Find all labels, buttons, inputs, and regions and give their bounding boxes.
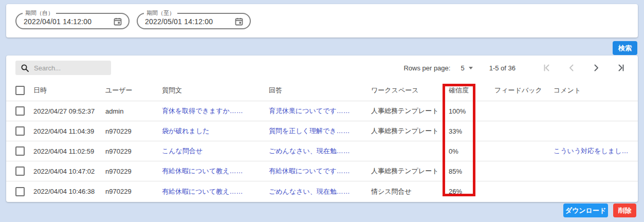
row-checkbox[interactable] [15,146,25,156]
download-button[interactable]: ダウンロード [563,203,608,217]
next-page-button[interactable] [591,62,602,73]
col-header-datetime: 日時 [33,86,105,95]
col-header-question: 質問文 [162,86,269,95]
table-header-row: 日時 ユーザー 質問文 回答 ワークスペース 確信度 フィードバック コメント [6,80,638,101]
answer-link[interactable]: ごめんなさい、現在勉…… [269,146,371,156]
date-to-field[interactable]: 期間（至） 2022/05/01 14:12:00 [137,10,251,29]
row-checkbox[interactable] [15,187,25,196]
cell-user: n970229 [105,188,162,195]
col-header-workspace: ワークスペース [371,86,449,95]
answer-link[interactable]: 育児休業についてです…… [269,106,371,116]
table-row: 2022/04/04 11:04:39 n970229 袋が破れました 質問を正… [6,121,638,141]
cell-datetime: 2022/04/04 10:47:02 [33,168,105,175]
first-page-button[interactable] [541,62,553,73]
cell-confidence: 26% [449,188,494,195]
select-all-checkbox[interactable] [15,86,25,95]
table-row: 2022/04/04 11:02:59 n970229 こんな問合せ ごめんなさ… [6,141,638,161]
filter-panel: 期間（自） 2022/04/01 14:12:00 期間（至） 2022/05/… [6,4,638,38]
search-icon [21,64,29,72]
cell-workspace: 人事総務テンプレート [371,106,449,116]
pagination-range: 1-5 of 36 [489,64,516,72]
date-to-value[interactable]: 2022/05/01 14:12:00 [145,17,213,26]
pagination-nav [528,62,627,73]
cell-confidence: 0% [449,147,494,155]
cell-user: n970229 [105,127,162,135]
date-to-label: 期間（至） [144,10,177,16]
cell-confidence: 85% [449,168,494,175]
search-input[interactable] [15,61,111,75]
comment-link[interactable]: こういう対応をしまし…… [554,146,629,156]
delete-button[interactable]: 削除 [613,203,636,217]
row-checkbox[interactable] [15,106,25,116]
question-link[interactable]: こんな問合せ [162,146,269,156]
pagination: Rows per page: 5 1-5 of 36 [403,55,627,80]
answer-link[interactable]: ごめんなさい、現在勉…… [269,187,371,196]
chevron-right-icon [591,63,601,73]
date-from-value[interactable]: 2022/04/01 14:12:00 [24,17,91,26]
col-header-confidence: 確信度 [449,86,494,95]
prev-page-button[interactable] [566,62,577,73]
cell-workspace: 情シス問合せ [371,187,449,196]
table-row: 2022/04/04 10:46:38 n970229 有給休暇について教え……… [6,181,638,201]
rows-per-page-select[interactable]: 5 [461,64,472,72]
results-table-card: Rows per page: 5 1-5 of 36 [6,55,638,202]
calendar-icon[interactable] [113,17,122,26]
search-button[interactable]: 検索 [613,41,637,55]
last-page-icon [616,63,626,73]
date-from-label: 期間（自） [23,10,56,16]
rows-per-page-label: Rows per page: [403,64,450,72]
cell-workspace: 人事総務テンプレート [371,166,449,176]
col-header-feedback: フィードバック [494,86,554,95]
cell-datetime: 2022/04/04 10:46:38 [33,188,105,195]
cell-confidence: 33% [449,127,494,135]
answer-link[interactable]: 質問を正しく理解でき…… [269,126,371,136]
question-link[interactable]: 育休を取得できますか…… [162,106,269,116]
question-link[interactable]: 袋が破れました [162,126,269,136]
col-header-comment: コメント [554,86,629,95]
first-page-icon [542,63,552,73]
col-header-answer: 回答 [269,86,371,95]
date-from-field[interactable]: 期間（自） 2022/04/01 14:12:00 [15,10,130,29]
col-header-user: ユーザー [105,86,162,95]
cell-user: n970229 [105,168,162,175]
cell-datetime: 2022/04/27 09:52:37 [33,107,105,115]
cell-datetime: 2022/04/04 11:04:39 [33,127,105,135]
cell-user: admin [105,107,162,115]
table-row: 2022/04/27 09:52:37 admin 育休を取得できますか…… 育… [6,101,638,121]
chevron-left-icon [566,63,577,73]
cell-confidence: 100% [449,107,494,115]
table-toolbar: Rows per page: 5 1-5 of 36 [6,55,638,80]
cell-datetime: 2022/04/04 11:02:59 [33,147,105,155]
last-page-button[interactable] [615,62,627,73]
row-checkbox[interactable] [15,166,25,176]
table-row: 2022/04/04 10:47:02 n970229 有給休暇について教え……… [6,161,638,181]
table-search [15,61,111,75]
row-checkbox[interactable] [15,126,25,136]
cell-workspace: 人事総務テンプレート [371,126,449,136]
question-link[interactable]: 有給休暇について教え…… [162,187,269,196]
rows-per-page-value: 5 [461,64,464,72]
cell-user: n970229 [105,147,162,155]
calendar-icon[interactable] [234,17,244,26]
question-link[interactable]: 有給休暇について教え…… [162,166,269,176]
answer-link[interactable]: 有給休暇についてです…… [269,166,371,176]
chevron-down-icon [469,67,473,69]
